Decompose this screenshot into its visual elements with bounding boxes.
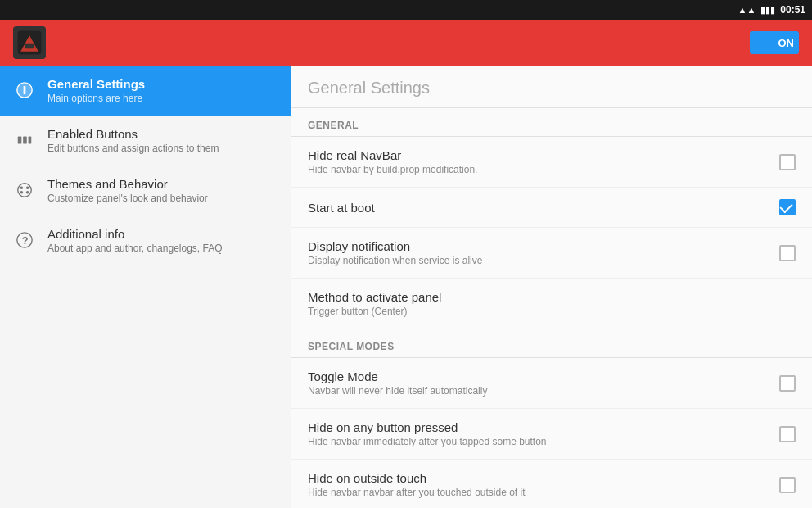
sidebar-item-buttons-text: Enabled Buttons Edit buttons and assign … — [47, 127, 277, 154]
svg-rect-6 — [18, 136, 22, 143]
setting-toggle-mode-subtitle: Navbar will never hide itself automatica… — [308, 385, 769, 397]
sidebar-item-general-settings[interactable]: General Settings Main options are here — [0, 66, 291, 116]
svg-rect-8 — [29, 136, 32, 143]
sidebar-item-general-subtitle: Main options are here — [47, 93, 277, 104]
checkbox-display-notification[interactable] — [779, 245, 796, 261]
sidebar-item-enabled-buttons[interactable]: Enabled Buttons Edit buttons and assign … — [0, 116, 291, 166]
sidebar-item-buttons-title: Enabled Buttons — [47, 127, 277, 141]
svg-point-10 — [20, 186, 24, 189]
setting-hide-navbar-text: Hide real NavBar Hide navbar by build.pr… — [308, 148, 769, 175]
info-icon — [13, 79, 36, 102]
sidebar: General Settings Main options are here E… — [0, 66, 291, 508]
setting-hide-button-pressed-title: Hide on any button pressed — [308, 420, 769, 434]
sidebar-item-themes-text: Themes and Behavior Customize panel's lo… — [47, 177, 277, 204]
checkbox-hide-navbar[interactable] — [779, 154, 796, 170]
setting-method-activate[interactable]: Method to activate panel Trigger button … — [291, 279, 812, 329]
status-bar: ▲▲ ▮▮▮ 00:51 — [0, 0, 812, 20]
sidebar-item-info-subtitle: About app and author, changelogs, FAQ — [47, 243, 277, 254]
sidebar-item-themes-title: Themes and Behavior — [47, 177, 277, 191]
setting-method-activate-text: Method to activate panel Trigger button … — [308, 290, 796, 317]
checkbox-hide-outside-touch[interactable] — [779, 477, 796, 493]
palette-icon — [13, 179, 36, 202]
content-header: General Settings — [291, 66, 812, 108]
sidebar-item-themes[interactable]: Themes and Behavior Customize panel's lo… — [0, 166, 291, 215]
setting-toggle-mode[interactable]: Toggle Mode Navbar will never hide itsel… — [291, 358, 812, 409]
toggle-label: ON — [778, 37, 795, 49]
toggle-switch[interactable]: ON — [750, 31, 799, 54]
setting-hide-outside-touch[interactable]: Hide on outside touch Hide navbar navbar… — [291, 460, 812, 508]
setting-method-activate-title: Method to activate panel — [308, 290, 796, 304]
content-body: GENERAL Hide real NavBar Hide navbar by … — [291, 108, 812, 508]
setting-hide-navbar-subtitle: Hide navbar by build.prop modification. — [308, 164, 769, 175]
buttons-icon — [13, 129, 36, 152]
setting-start-at-boot-text: Start at boot — [308, 201, 769, 215]
sidebar-item-info-text: Additional info About app and author, ch… — [47, 227, 277, 254]
setting-method-activate-subtitle: Trigger button (Center) — [308, 306, 796, 317]
setting-start-at-boot-title: Start at boot — [308, 201, 769, 215]
app-logo — [15, 28, 44, 57]
section-header-general: GENERAL — [291, 108, 812, 137]
toggle-container[interactable]: ON — [750, 31, 799, 54]
svg-point-12 — [20, 191, 24, 194]
action-bar: ON — [0, 20, 812, 66]
svg-rect-7 — [23, 136, 27, 143]
setting-hide-outside-touch-text: Hide on outside touch Hide navbar navbar… — [308, 471, 769, 498]
setting-start-at-boot[interactable]: Start at boot — [291, 188, 812, 228]
setting-hide-button-pressed[interactable]: Hide on any button pressed Hide navbar i… — [291, 409, 812, 460]
sidebar-item-general-text: General Settings Main options are here — [47, 77, 277, 104]
content-area: General Settings GENERAL Hide real NavBa… — [291, 66, 812, 508]
setting-display-notification[interactable]: Display notification Display notificatio… — [291, 228, 812, 279]
setting-hide-outside-touch-subtitle: Hide navbar navbar after you touched out… — [308, 487, 769, 498]
content-title: General Settings — [308, 79, 796, 98]
setting-hide-outside-touch-title: Hide on outside touch — [308, 471, 769, 485]
svg-point-11 — [26, 186, 29, 189]
section-header-special-modes: SPECIAL MODES — [291, 329, 812, 358]
setting-hide-button-pressed-text: Hide on any button pressed Hide navbar i… — [308, 420, 769, 447]
svg-text:?: ? — [22, 234, 29, 247]
svg-rect-4 — [24, 88, 25, 93]
setting-display-notification-text: Display notification Display notificatio… — [308, 239, 769, 266]
checkbox-start-at-boot[interactable] — [779, 199, 796, 215]
sidebar-item-additional-info[interactable]: ? Additional info About app and author, … — [0, 215, 291, 265]
setting-toggle-mode-title: Toggle Mode — [308, 370, 769, 383]
setting-hide-navbar-title: Hide real NavBar — [308, 148, 769, 162]
sidebar-item-info-title: Additional info — [47, 227, 277, 241]
checkbox-toggle-mode[interactable] — [779, 375, 796, 392]
checkbox-hide-button-pressed[interactable] — [779, 426, 796, 442]
main-layout: General Settings Main options are here E… — [0, 66, 812, 508]
svg-rect-5 — [24, 86, 25, 88]
sidebar-item-buttons-subtitle: Edit buttons and assign actions to them — [47, 143, 277, 154]
setting-display-notification-subtitle: Display notification when service is ali… — [308, 255, 769, 266]
setting-toggle-mode-text: Toggle Mode Navbar will never hide itsel… — [308, 370, 769, 397]
battery-icon: ▮▮▮ — [760, 5, 775, 16]
sidebar-item-themes-subtitle: Customize panel's look and behavior — [47, 193, 277, 204]
setting-hide-button-pressed-subtitle: Hide navbar immediately after you tapped… — [308, 436, 769, 447]
setting-display-notification-title: Display notification — [308, 239, 769, 253]
help-icon: ? — [13, 229, 36, 252]
setting-hide-navbar[interactable]: Hide real NavBar Hide navbar by build.pr… — [291, 137, 812, 188]
sidebar-item-general-title: General Settings — [47, 77, 277, 91]
svg-point-9 — [18, 184, 32, 197]
status-time: 00:51 — [780, 4, 805, 16]
app-icon — [13, 26, 46, 59]
svg-point-13 — [26, 191, 29, 194]
svg-rect-2 — [25, 44, 34, 48]
wifi-icon: ▲▲ — [738, 5, 756, 15]
